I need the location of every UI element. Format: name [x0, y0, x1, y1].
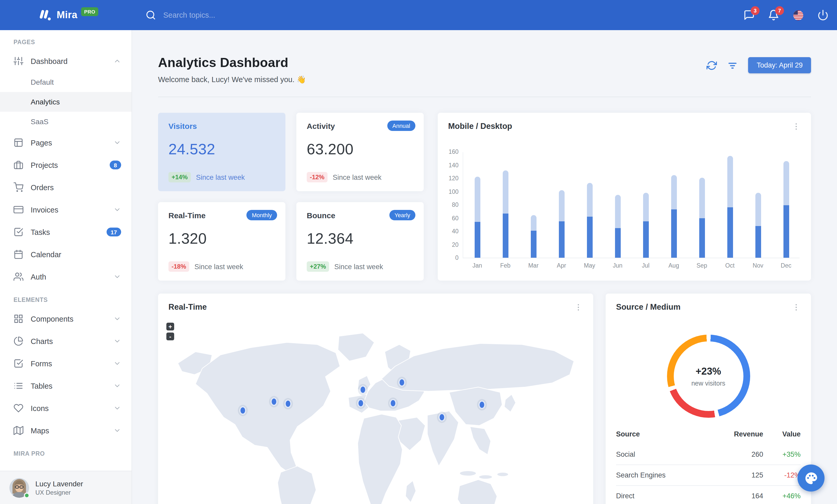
sidebar-item-maps[interactable]: Maps [0, 419, 131, 442]
page-title: Analytics Dashboard [158, 55, 306, 70]
sidebar-item-icons[interactable]: Icons [0, 397, 131, 419]
stat-caption: Since last week [334, 263, 383, 270]
calendar-icon [14, 249, 23, 259]
sidebar-item-tables[interactable]: Tables [0, 375, 131, 397]
stat-card-visitors: Visitors24.532+14%Since last week [158, 113, 285, 191]
visitor-location-marker [398, 378, 405, 387]
sidebar-item-calendar[interactable]: Calendar [0, 243, 131, 265]
source-table-header: Source Revenue Value [616, 427, 801, 444]
sidebar-item-label: Dashboard [31, 57, 68, 65]
stat-value: 12.364 [307, 230, 413, 247]
sidebar-item-components[interactable]: Components [0, 307, 131, 330]
bar-segment-mobile [531, 230, 536, 258]
world-map[interactable] [158, 318, 593, 504]
bar-may [587, 183, 592, 258]
sidebar-section-label: PAGES [0, 30, 131, 50]
notifications-count-badge: 7 [775, 6, 784, 15]
period-tag: Annual [387, 120, 415, 131]
notifications-button[interactable]: 7 [768, 10, 779, 21]
sidebar-subitem-analytics[interactable]: Analytics [0, 92, 131, 112]
chevron-down-icon [113, 427, 121, 434]
language-button[interactable] [792, 9, 804, 21]
sidebar-item-label: Charts [31, 337, 53, 345]
sidebar-item-forms[interactable]: Forms [0, 352, 131, 375]
sidebar-item-tasks[interactable]: Tasks17 [0, 221, 131, 243]
mobile-desktop-panel: Mobile / Desktop 020406080100120140160Ja… [438, 113, 811, 281]
sign-out-button[interactable] [817, 10, 829, 21]
sidebar-item-label: Auth [31, 273, 46, 281]
refresh-button[interactable] [707, 60, 717, 70]
count-badge: 17 [107, 228, 121, 237]
filter-button[interactable] [728, 60, 738, 70]
bar-sep [699, 178, 705, 258]
y-axis-tick: 120 [443, 175, 459, 181]
search-input[interactable] [162, 11, 277, 20]
sidebar-user[interactable]: Lucy Lavender UX Designer [0, 471, 131, 504]
panel-title: Source / Medium [616, 302, 680, 312]
panel-menu-button[interactable] [574, 303, 583, 312]
bar-segment-mobile [755, 226, 761, 258]
bar-segment-mobile [783, 205, 789, 258]
sidebar-item-label: Maps [31, 426, 49, 435]
pro-badge: PRO [81, 7, 99, 16]
sidebar-nav: PAGESDashboardDefaultAnalyticsSaaSPagesP… [0, 30, 131, 471]
filter-icon [728, 60, 738, 70]
sidebar-item-pages[interactable]: Pages [0, 131, 131, 154]
column-header: Revenue [714, 430, 763, 438]
visitor-location-marker [438, 413, 445, 422]
stat-caption: Since last week [333, 173, 381, 181]
user-role: UX Designer [35, 489, 83, 496]
search-icon [146, 10, 156, 20]
table-row: Social260+35% [616, 444, 801, 465]
stat-value: 1.320 [168, 230, 275, 247]
top-navbar: Mira PRO 3 7 [0, 0, 837, 30]
x-axis-label: Jun [604, 262, 631, 268]
panel-title: Real-Time [168, 302, 207, 312]
theme-settings-fab[interactable] [798, 465, 824, 491]
sidebar-item-projects[interactable]: Projects8 [0, 154, 131, 176]
bar-segment-desktop [502, 170, 508, 213]
bar-segment-desktop [755, 193, 761, 226]
avatar [10, 478, 29, 498]
sidebar-item-auth[interactable]: Auth [0, 265, 131, 288]
x-axis-label: Nov [744, 262, 772, 268]
stat-value: 24.532 [168, 141, 275, 158]
sidebar-item-invoices[interactable]: Invoices [0, 199, 131, 221]
bar-segment-desktop [587, 183, 592, 217]
sidebar-item-label: Forms [31, 359, 52, 368]
table-row: Search Engines125-12% [616, 465, 801, 485]
global-search [146, 10, 277, 20]
layout-icon [14, 138, 23, 148]
chevron-down-icon [113, 315, 121, 323]
list-icon [14, 381, 23, 391]
sidebar-item-orders[interactable]: Orders [0, 176, 131, 199]
x-axis-label: Feb [491, 262, 519, 268]
chevron-down-icon [113, 273, 121, 281]
pie-chart-icon [14, 336, 23, 346]
bar-mar [531, 216, 536, 258]
brand[interactable]: Mira PRO [0, 10, 132, 21]
palette-icon [804, 471, 818, 485]
visitor-location-marker [359, 385, 366, 394]
x-axis-label: Aug [660, 262, 688, 268]
x-axis-label: Mar [519, 262, 548, 268]
bar-segment-desktop [531, 216, 536, 231]
panel-menu-button[interactable] [792, 303, 801, 312]
sidebar-subitem-default[interactable]: Default [0, 72, 131, 92]
main-content: Analytics Dashboard Welcome back, Lucy! … [132, 30, 837, 504]
sidebar-item-charts[interactable]: Charts [0, 330, 131, 352]
y-axis-tick: 100 [443, 188, 459, 194]
map-zoom-out-button[interactable]: - [166, 333, 174, 340]
panel-menu-button[interactable] [792, 122, 801, 131]
sidebar-item-dashboard[interactable]: Dashboard [0, 50, 131, 72]
date-range-button[interactable]: Today: April 29 [748, 57, 811, 73]
period-tag: Yearly [389, 210, 415, 220]
dashboard-grid: Visitors24.532+14%Since last weekActivit… [158, 113, 811, 504]
map-icon [14, 426, 23, 435]
table-row: Direct164+46% [616, 485, 801, 504]
map-zoom-in-button[interactable]: + [166, 323, 174, 331]
messages-button[interactable]: 3 [744, 10, 755, 21]
sidebar-subitem-saas[interactable]: SaaS [0, 112, 131, 131]
stat-title: Visitors [168, 122, 275, 130]
bar-segment-mobile [727, 207, 733, 258]
